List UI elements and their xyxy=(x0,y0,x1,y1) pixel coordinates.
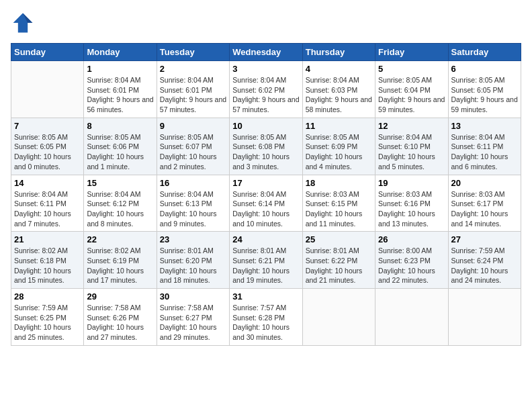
day-cell: 22Sunrise: 8:02 AMSunset: 6:19 PMDayligh… xyxy=(84,232,157,289)
day-number: 23 xyxy=(160,234,226,244)
day-info: Sunrise: 8:03 AMSunset: 6:16 PMDaylight:… xyxy=(378,189,445,229)
day-number: 15 xyxy=(87,178,153,188)
day-info: Sunrise: 7:58 AMSunset: 6:27 PMDaylight:… xyxy=(160,303,226,342)
day-cell xyxy=(11,61,84,118)
day-cell: 10Sunrise: 8:05 AMSunset: 6:08 PMDayligh… xyxy=(230,118,302,175)
day-cell xyxy=(375,289,448,346)
page-header xyxy=(11,11,521,35)
day-number: 16 xyxy=(160,178,226,188)
day-info: Sunrise: 8:04 AMSunset: 6:01 PMDaylight:… xyxy=(87,75,153,115)
day-info: Sunrise: 8:04 AMSunset: 6:14 PMDaylight:… xyxy=(232,189,299,229)
day-cell: 21Sunrise: 8:02 AMSunset: 6:18 PMDayligh… xyxy=(11,232,84,289)
day-info: Sunrise: 8:03 AMSunset: 6:15 PMDaylight:… xyxy=(306,189,372,229)
day-number: 1 xyxy=(87,64,153,74)
logo xyxy=(11,11,38,35)
week-row-2: 7Sunrise: 8:05 AMSunset: 6:05 PMDaylight… xyxy=(11,118,521,175)
day-number: 10 xyxy=(232,121,299,131)
day-info: Sunrise: 8:05 AMSunset: 6:05 PMDaylight:… xyxy=(14,132,81,172)
day-info: Sunrise: 7:59 AMSunset: 6:24 PMDaylight:… xyxy=(451,246,518,285)
day-number: 27 xyxy=(451,234,518,244)
day-number: 12 xyxy=(378,121,445,131)
day-number: 13 xyxy=(451,121,518,131)
day-number: 31 xyxy=(232,291,299,302)
day-number: 26 xyxy=(378,234,445,244)
day-number: 14 xyxy=(14,178,81,188)
col-header-sunday: Sunday xyxy=(11,44,84,61)
day-info: Sunrise: 8:04 AMSunset: 6:11 PMDaylight:… xyxy=(14,189,81,229)
week-row-5: 28Sunrise: 7:59 AMSunset: 6:25 PMDayligh… xyxy=(11,289,521,346)
day-info: Sunrise: 8:01 AMSunset: 6:20 PMDaylight:… xyxy=(160,246,226,285)
day-cell: 3Sunrise: 8:04 AMSunset: 6:02 PMDaylight… xyxy=(230,61,302,118)
day-cell: 9Sunrise: 8:05 AMSunset: 6:07 PMDaylight… xyxy=(157,118,229,175)
day-cell: 20Sunrise: 8:03 AMSunset: 6:17 PMDayligh… xyxy=(448,175,521,232)
logo-icon xyxy=(11,11,35,35)
week-row-4: 21Sunrise: 8:02 AMSunset: 6:18 PMDayligh… xyxy=(11,232,521,289)
day-cell: 5Sunrise: 8:05 AMSunset: 6:04 PMDaylight… xyxy=(375,61,448,118)
col-header-monday: Monday xyxy=(84,44,157,61)
day-number: 30 xyxy=(160,291,226,302)
day-info: Sunrise: 8:05 AMSunset: 6:05 PMDaylight:… xyxy=(451,75,518,115)
day-cell: 24Sunrise: 8:01 AMSunset: 6:21 PMDayligh… xyxy=(230,232,302,289)
week-row-3: 14Sunrise: 8:04 AMSunset: 6:11 PMDayligh… xyxy=(11,175,521,232)
day-info: Sunrise: 8:00 AMSunset: 6:23 PMDaylight:… xyxy=(378,246,445,285)
day-cell: 17Sunrise: 8:04 AMSunset: 6:14 PMDayligh… xyxy=(230,175,302,232)
day-number: 9 xyxy=(160,121,226,131)
day-cell: 12Sunrise: 8:04 AMSunset: 6:10 PMDayligh… xyxy=(375,118,448,175)
day-info: Sunrise: 7:59 AMSunset: 6:25 PMDaylight:… xyxy=(14,303,81,342)
day-number: 20 xyxy=(451,178,518,188)
day-number: 25 xyxy=(306,234,372,244)
day-cell: 4Sunrise: 8:04 AMSunset: 6:03 PMDaylight… xyxy=(302,61,375,118)
day-number: 28 xyxy=(14,291,81,302)
day-number: 19 xyxy=(378,178,445,188)
day-cell xyxy=(448,289,521,346)
day-cell: 2Sunrise: 8:04 AMSunset: 6:01 PMDaylight… xyxy=(157,61,229,118)
day-info: Sunrise: 8:04 AMSunset: 6:13 PMDaylight:… xyxy=(160,189,226,229)
day-cell: 30Sunrise: 7:58 AMSunset: 6:27 PMDayligh… xyxy=(157,289,229,346)
day-number: 8 xyxy=(87,121,153,131)
day-cell: 18Sunrise: 8:03 AMSunset: 6:15 PMDayligh… xyxy=(302,175,375,232)
week-row-1: 1Sunrise: 8:04 AMSunset: 6:01 PMDaylight… xyxy=(11,61,521,118)
day-number: 11 xyxy=(306,121,372,131)
col-header-friday: Friday xyxy=(375,44,448,61)
day-number: 24 xyxy=(232,234,299,244)
day-number: 5 xyxy=(378,64,445,74)
day-cell: 7Sunrise: 8:05 AMSunset: 6:05 PMDaylight… xyxy=(11,118,84,175)
col-header-saturday: Saturday xyxy=(448,44,521,61)
day-cell: 6Sunrise: 8:05 AMSunset: 6:05 PMDaylight… xyxy=(448,61,521,118)
col-header-wednesday: Wednesday xyxy=(230,44,302,61)
day-cell: 16Sunrise: 8:04 AMSunset: 6:13 PMDayligh… xyxy=(157,175,229,232)
day-info: Sunrise: 8:05 AMSunset: 6:09 PMDaylight:… xyxy=(306,132,372,172)
day-info: Sunrise: 8:02 AMSunset: 6:19 PMDaylight:… xyxy=(87,246,153,285)
day-info: Sunrise: 7:58 AMSunset: 6:26 PMDaylight:… xyxy=(87,303,153,342)
day-info: Sunrise: 8:01 AMSunset: 6:21 PMDaylight:… xyxy=(232,246,299,285)
day-cell: 1Sunrise: 8:04 AMSunset: 6:01 PMDaylight… xyxy=(84,61,157,118)
day-cell: 27Sunrise: 7:59 AMSunset: 6:24 PMDayligh… xyxy=(448,232,521,289)
day-number: 3 xyxy=(232,64,299,74)
day-cell: 31Sunrise: 7:57 AMSunset: 6:28 PMDayligh… xyxy=(230,289,302,346)
calendar-body: 1Sunrise: 8:04 AMSunset: 6:01 PMDaylight… xyxy=(11,61,521,346)
calendar-table: SundayMondayTuesdayWednesdayThursdayFrid… xyxy=(11,43,521,346)
header-row: SundayMondayTuesdayWednesdayThursdayFrid… xyxy=(11,44,521,61)
day-cell: 13Sunrise: 8:04 AMSunset: 6:11 PMDayligh… xyxy=(448,118,521,175)
day-cell xyxy=(302,289,375,346)
day-info: Sunrise: 8:05 AMSunset: 6:04 PMDaylight:… xyxy=(378,75,445,115)
day-info: Sunrise: 8:02 AMSunset: 6:18 PMDaylight:… xyxy=(14,246,81,285)
day-info: Sunrise: 8:04 AMSunset: 6:03 PMDaylight:… xyxy=(306,75,372,115)
col-header-tuesday: Tuesday xyxy=(157,44,229,61)
day-number: 4 xyxy=(306,64,372,74)
day-cell: 15Sunrise: 8:04 AMSunset: 6:12 PMDayligh… xyxy=(84,175,157,232)
day-info: Sunrise: 8:03 AMSunset: 6:17 PMDaylight:… xyxy=(451,189,518,229)
day-number: 6 xyxy=(451,64,518,74)
day-info: Sunrise: 8:01 AMSunset: 6:22 PMDaylight:… xyxy=(306,246,372,285)
day-number: 29 xyxy=(87,291,153,302)
calendar-header: SundayMondayTuesdayWednesdayThursdayFrid… xyxy=(11,44,521,61)
col-header-thursday: Thursday xyxy=(302,44,375,61)
day-info: Sunrise: 7:57 AMSunset: 6:28 PMDaylight:… xyxy=(232,303,299,342)
day-cell: 11Sunrise: 8:05 AMSunset: 6:09 PMDayligh… xyxy=(302,118,375,175)
day-number: 18 xyxy=(306,178,372,188)
day-cell: 23Sunrise: 8:01 AMSunset: 6:20 PMDayligh… xyxy=(157,232,229,289)
day-info: Sunrise: 8:05 AMSunset: 6:06 PMDaylight:… xyxy=(87,132,153,172)
day-info: Sunrise: 8:04 AMSunset: 6:12 PMDaylight:… xyxy=(87,189,153,229)
day-cell: 26Sunrise: 8:00 AMSunset: 6:23 PMDayligh… xyxy=(375,232,448,289)
day-info: Sunrise: 8:05 AMSunset: 6:07 PMDaylight:… xyxy=(160,132,226,172)
